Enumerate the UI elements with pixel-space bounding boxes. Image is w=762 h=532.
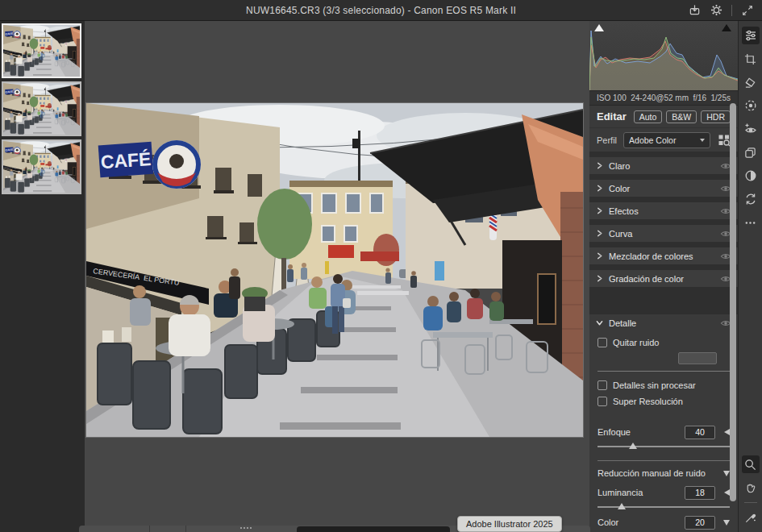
remove-heal-tool-icon[interactable]: [742, 73, 760, 91]
edit-title: Editar: [597, 110, 630, 123]
chevron-down-icon: [700, 139, 705, 142]
filmstrip: [0, 21, 85, 532]
red-eye-tool-icon[interactable]: [742, 120, 760, 138]
super-resolution-checkbox-row[interactable]: Super Resolución: [598, 395, 730, 408]
chevron-down-icon: [596, 318, 603, 328]
luminance-slider[interactable]: [598, 506, 730, 508]
exif-lens: 24-240@52 mm: [631, 94, 689, 102]
collapse-down-icon[interactable]: [723, 520, 730, 526]
tools-sidebar: [738, 21, 762, 532]
checkbox-icon[interactable]: [598, 397, 607, 406]
save-download-icon[interactable]: [688, 3, 702, 17]
hdr-button[interactable]: HDR: [701, 110, 731, 123]
sharpen-value[interactable]: 40: [685, 426, 715, 439]
section-efectos[interactable]: Efectos: [589, 202, 738, 219]
chevron-right-icon: [596, 275, 603, 282]
shadow-clipping-icon[interactable]: [594, 24, 604, 31]
auto-button[interactable]: Auto: [634, 110, 663, 123]
sharpen-slider-row: Enfoque 40: [598, 426, 730, 438]
presets-tool-icon[interactable]: [742, 143, 760, 161]
main-area: ISO 100 24-240@52 mm f/16 1/25s Editar A…: [0, 21, 762, 532]
profile-value: Adobe Color: [629, 135, 700, 145]
titlebar: NUW16645.CR3 (3/3 seleccionado) - Canon …: [0, 0, 762, 21]
section-curva[interactable]: Curva: [589, 225, 738, 242]
exif-aperture: f/16: [693, 94, 706, 102]
highlight-clipping-icon[interactable]: [722, 24, 731, 31]
chevron-right-icon: [596, 162, 603, 169]
slider-thumb[interactable]: [629, 443, 637, 449]
zoom-tool-icon[interactable]: [742, 455, 760, 473]
section-claro[interactable]: Claro: [589, 157, 738, 174]
section-color[interactable]: Color: [589, 180, 738, 197]
color-noise-slider-row: Color 20: [598, 516, 730, 529]
dock-separator: [149, 526, 150, 532]
bw-button[interactable]: B&W: [666, 110, 697, 123]
checkbox-icon[interactable]: [598, 338, 607, 347]
detail-section: Detalle Quitar ruido Detalles sin proces…: [589, 314, 738, 532]
hand-tool-icon[interactable]: [742, 479, 760, 497]
chevron-right-icon: [596, 230, 603, 237]
photo-preview[interactable]: [86, 103, 583, 437]
thumbnail-2[interactable]: [2, 81, 81, 136]
dock-icon: [240, 527, 252, 532]
chevron-right-icon: [596, 252, 603, 260]
dock-tooltip: Adobe Illustrator 2025: [457, 516, 562, 532]
color-noise-value[interactable]: 20: [685, 516, 715, 530]
sync-settings-icon[interactable]: [742, 190, 760, 208]
section-detalle[interactable]: Detalle: [589, 314, 738, 331]
profile-select[interactable]: Adobe Color: [623, 132, 710, 148]
divider: [598, 371, 730, 372]
chevron-right-icon: [596, 185, 603, 192]
slider-thumb[interactable]: [618, 503, 626, 509]
raw-details-checkbox-row[interactable]: Detalles sin procesar: [598, 379, 730, 392]
manual-noise-header[interactable]: Reducción manual de ruido: [598, 460, 730, 478]
expand-left-icon[interactable]: [724, 429, 730, 435]
luminance-slider-row: Luminancia 18: [598, 486, 730, 499]
fullscreen-icon[interactable]: [740, 3, 754, 17]
masking-tool-icon[interactable]: [742, 97, 760, 114]
thumbnail-1[interactable]: [2, 23, 81, 78]
dock-icon[interactable]: [297, 526, 450, 532]
crop-tool-icon[interactable]: [742, 50, 760, 68]
thumbnail-3[interactable]: [2, 139, 81, 194]
luminance-value[interactable]: 18: [685, 486, 715, 500]
sharpen-slider[interactable]: [598, 446, 730, 447]
edit-header: Editar Auto B&W HDR: [589, 106, 738, 127]
denoise-amount-box: [678, 352, 717, 364]
more-options-icon[interactable]: [742, 214, 760, 231]
exif-bar: ISO 100 24-240@52 mm f/16 1/25s: [589, 90, 738, 106]
titlebar-separator: [731, 5, 732, 16]
profile-row: Perfil Adobe Color: [589, 127, 738, 152]
profile-browser-icon[interactable]: [717, 133, 731, 147]
histogram[interactable]: [589, 21, 738, 90]
versions-tool-icon[interactable]: [742, 167, 760, 185]
adjustment-brush-icon[interactable]: [742, 509, 760, 526]
toolbar-separator: [744, 502, 757, 503]
section-gradacion[interactable]: Gradación de color: [589, 270, 738, 287]
chevron-right-icon: [596, 207, 603, 214]
denoise-checkbox-row[interactable]: Quitar ruido: [598, 336, 730, 349]
expand-left-icon[interactable]: [724, 489, 730, 496]
window-title: NUW16645.CR3 (3/3 seleccionado) - Canon …: [246, 5, 516, 16]
checkbox-icon[interactable]: [598, 380, 607, 390]
image-canvas: [85, 21, 589, 532]
edit-panel: ISO 100 24-240@52 mm f/16 1/25s Editar A…: [589, 21, 738, 532]
settings-gear-icon[interactable]: [710, 3, 723, 17]
profile-label: Perfil: [597, 135, 617, 145]
exif-shutter: 1/25s: [711, 94, 731, 102]
section-mezclador[interactable]: Mezclador de colores: [589, 247, 738, 264]
collapse-down-icon[interactable]: [723, 471, 730, 476]
exif-iso: ISO 100: [597, 94, 627, 102]
titlebar-actions: [688, 0, 754, 20]
dock-separator: [185, 526, 186, 532]
edit-tool-icon[interactable]: [742, 27, 760, 44]
panel-scrollbar[interactable]: [730, 103, 736, 501]
